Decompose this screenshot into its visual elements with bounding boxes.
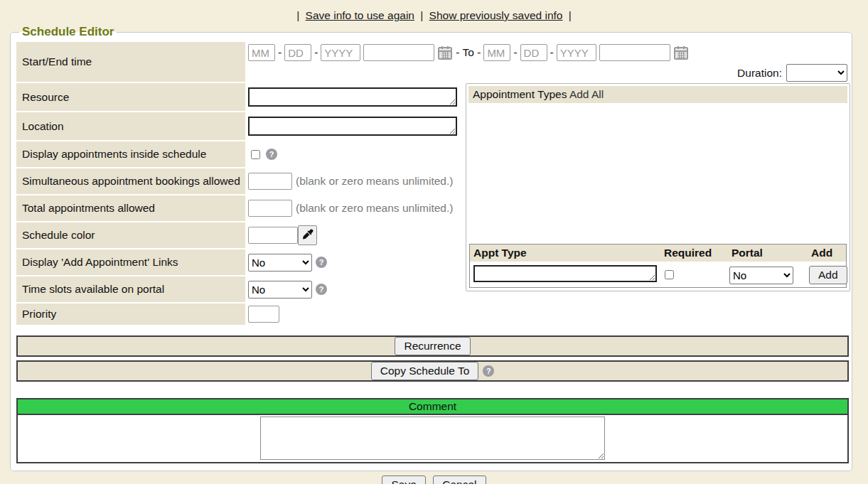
recurrence-button[interactable]: Recurrence bbox=[395, 337, 470, 355]
add-all-link[interactable]: Add All bbox=[569, 88, 604, 100]
pipe-separator: | bbox=[420, 9, 423, 21]
copy-schedule-bar: Copy Schedule To ? bbox=[16, 360, 849, 382]
simultaneous-label: Simultaneous appointment bookings allowe… bbox=[16, 168, 245, 194]
save-button[interactable]: Save bbox=[382, 475, 425, 484]
location-label: Location bbox=[16, 112, 245, 140]
add-appointment-links-select[interactable]: No bbox=[248, 254, 312, 272]
start-time-input[interactable] bbox=[363, 44, 434, 61]
end-month-input[interactable] bbox=[483, 44, 510, 61]
required-checkbox[interactable] bbox=[665, 270, 674, 279]
add-appointment-links-row: Display 'Add Appointment' Links No ? bbox=[16, 249, 463, 275]
eyedropper-icon bbox=[302, 229, 314, 242]
date-separator: - bbox=[550, 46, 554, 59]
copy-schedule-button[interactable]: Copy Schedule To bbox=[371, 362, 479, 380]
total-appointments-row: Total appointments allowed (blank or zer… bbox=[16, 195, 463, 221]
duration-select[interactable] bbox=[786, 64, 847, 82]
add-column-header: Add bbox=[808, 244, 843, 262]
resource-label: Resource bbox=[16, 83, 245, 111]
portal-select[interactable]: No bbox=[729, 267, 793, 284]
schedule-color-input[interactable] bbox=[248, 227, 298, 244]
save-info-link[interactable]: Save info to use again bbox=[306, 9, 414, 21]
start-end-time-row: Start/End time - - bbox=[16, 42, 850, 82]
end-time-input[interactable] bbox=[599, 44, 670, 61]
display-inside-row: Display appointments inside schedule ? bbox=[16, 141, 463, 167]
start-calendar-icon[interactable] bbox=[437, 45, 453, 60]
location-input[interactable] bbox=[248, 117, 457, 136]
total-appointments-hint: (blank or zero means unlimited.) bbox=[296, 202, 453, 215]
comment-textarea[interactable] bbox=[260, 417, 605, 460]
show-previously-saved-link[interactable]: Show previously saved info bbox=[429, 9, 563, 21]
location-row: Location bbox=[16, 112, 463, 140]
cancel-button[interactable]: Cancel bbox=[433, 475, 486, 484]
color-picker-button[interactable] bbox=[298, 225, 317, 245]
schedule-color-row: Schedule color bbox=[16, 222, 463, 248]
help-icon[interactable]: ? bbox=[266, 149, 277, 160]
appointment-type-add-table: Appt Type Required Portal Add No bbox=[469, 244, 847, 288]
schedule-editor-page: | Save info to use again | Show previous… bbox=[0, 0, 868, 484]
add-appointment-type-button[interactable]: Add bbox=[809, 266, 847, 284]
simultaneous-hint: (blank or zero means unlimited.) bbox=[296, 175, 453, 188]
start-end-time-label: Start/End time bbox=[16, 42, 245, 82]
required-column-header: Required bbox=[660, 244, 728, 262]
start-month-input[interactable] bbox=[248, 44, 275, 61]
schedule-color-label: Schedule color bbox=[16, 222, 245, 248]
appointment-type-table-header: Appt Type Required Portal Add bbox=[470, 244, 846, 263]
comment-header: Comment bbox=[18, 399, 847, 415]
total-appointments-label: Total appointments allowed bbox=[16, 195, 245, 221]
help-icon[interactable]: ? bbox=[316, 257, 327, 268]
end-calendar-icon[interactable] bbox=[673, 45, 689, 60]
simultaneous-row: Simultaneous appointment bookings allowe… bbox=[16, 168, 463, 194]
display-inside-label: Display appointments inside schedule bbox=[16, 141, 245, 167]
resource-input[interactable] bbox=[248, 87, 457, 107]
priority-label: Priority bbox=[16, 303, 245, 325]
form-actions: Save Cancel bbox=[0, 475, 868, 484]
date-separator: - bbox=[513, 46, 517, 59]
portal-slots-label: Time slots available on portal bbox=[16, 276, 245, 302]
add-appointment-links-label: Display 'Add Appointment' Links bbox=[16, 249, 245, 275]
appointment-types-title: Appointment Types bbox=[473, 88, 567, 100]
top-links: | Save info to use again | Show previous… bbox=[0, 0, 868, 22]
duration-label: Duration: bbox=[737, 67, 782, 80]
portal-slots-select[interactable]: No bbox=[248, 281, 312, 299]
date-separator: - bbox=[278, 46, 282, 59]
start-day-input[interactable] bbox=[284, 44, 311, 61]
priority-row: Priority bbox=[16, 303, 463, 325]
appointment-type-input-row: No Add bbox=[470, 263, 846, 287]
to-text: - To - bbox=[456, 46, 481, 59]
end-day-input[interactable] bbox=[520, 44, 547, 61]
portal-column-header: Portal bbox=[728, 244, 808, 262]
pipe-separator: | bbox=[569, 9, 572, 21]
appt-type-input[interactable] bbox=[473, 265, 657, 282]
end-year-input[interactable] bbox=[557, 44, 596, 61]
schedule-editor-fieldset: Schedule Editor Start/End time - - bbox=[10, 25, 852, 471]
help-icon[interactable]: ? bbox=[316, 284, 327, 295]
appt-type-column-header: Appt Type bbox=[470, 244, 660, 262]
total-appointments-input[interactable] bbox=[248, 200, 292, 217]
start-year-input[interactable] bbox=[321, 44, 360, 61]
recurrence-bar: Recurrence bbox=[16, 335, 849, 357]
simultaneous-input[interactable] bbox=[248, 173, 292, 190]
resource-row: Resource bbox=[16, 83, 463, 111]
portal-slots-row: Time slots available on portal No ? bbox=[16, 276, 463, 302]
pipe-separator: | bbox=[296, 9, 299, 21]
priority-input[interactable] bbox=[248, 306, 279, 323]
date-separator: - bbox=[314, 46, 318, 59]
display-inside-checkbox[interactable] bbox=[251, 150, 260, 159]
appointment-types-header: Appointment Types Add All bbox=[468, 86, 847, 103]
comment-section: Comment bbox=[16, 398, 849, 463]
help-icon[interactable]: ? bbox=[483, 365, 494, 377]
appointment-types-list bbox=[468, 103, 847, 243]
appointment-types-panel: Appointment Types Add All Appt Type Requ… bbox=[466, 83, 850, 291]
page-title: Schedule Editor bbox=[19, 25, 117, 39]
